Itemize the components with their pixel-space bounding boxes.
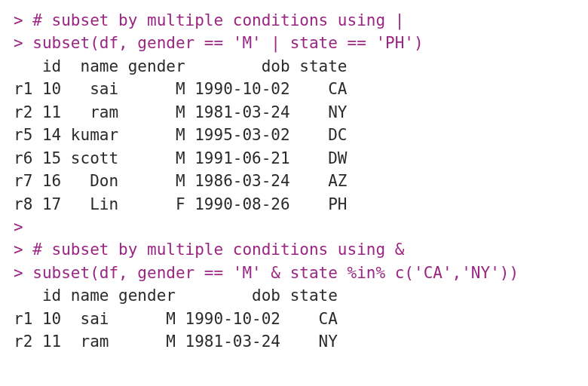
console-input-line: > subset(df, gender == 'M' & state %in% … — [14, 262, 574, 284]
console-output-line: r1 10 sai M 1990-10-02 CA — [14, 308, 574, 330]
console-output-line: id name gender dob state — [14, 55, 574, 78]
console-output-line: r6 15 scott M 1991-06-21 DW — [14, 147, 574, 170]
console-output-line: r1 10 sai M 1990-10-02 CA — [14, 78, 574, 100]
r-console-output: > # subset by multiple conditions using … — [0, 0, 588, 363]
console-input-line: > subset(df, gender == 'M' | state == 'P… — [14, 32, 574, 54]
console-input-line: > — [14, 216, 574, 238]
console-output-line: id name gender dob state — [14, 284, 574, 307]
console-output-line: r7 16 Don M 1986-03-24 AZ — [14, 170, 574, 192]
console-output-line: r2 11 ram M 1981-03-24 NY — [14, 330, 574, 353]
console-output-line: r8 17 Lin F 1990-08-26 PH — [14, 193, 574, 216]
console-output-line: r5 14 kumar M 1995-03-02 DC — [14, 124, 574, 146]
console-input-line: > # subset by multiple conditions using … — [14, 9, 574, 32]
console-output-line: r2 11 ram M 1981-03-24 NY — [14, 101, 574, 124]
console-input-line: > # subset by multiple conditions using … — [14, 238, 574, 261]
